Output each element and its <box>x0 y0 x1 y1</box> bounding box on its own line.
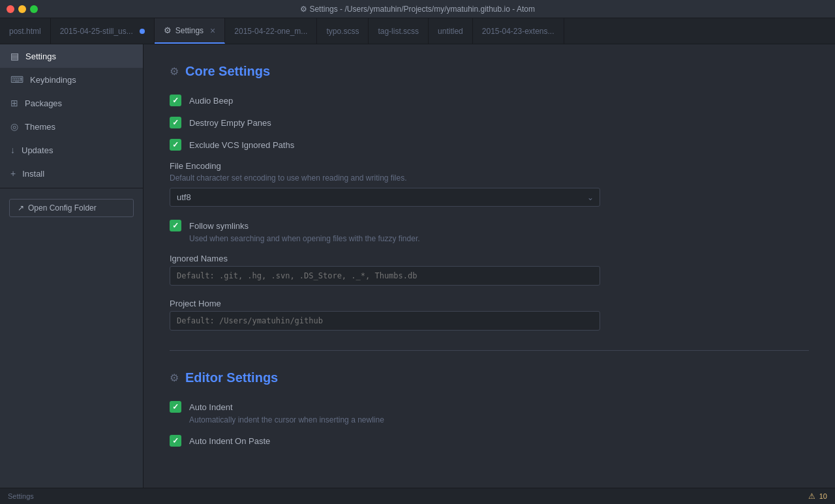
updates-icon: ↓ <box>10 145 15 155</box>
project-home-input[interactable] <box>170 311 600 331</box>
sidebar-item-label: Packages <box>25 98 62 108</box>
settings-icon: ▤ <box>10 51 19 61</box>
sidebar-item-label: Install <box>22 169 44 179</box>
sidebar-item-label: Settings <box>25 52 56 61</box>
auto-indent-row: Auto Indent <box>170 401 809 413</box>
exclude-vcs-row: Exclude VCS Ignored Paths <box>170 139 809 151</box>
minimize-button[interactable] <box>18 5 26 13</box>
ignored-names-group: Ignored Names <box>170 254 809 286</box>
audio-beep-checkbox[interactable] <box>170 95 181 106</box>
sidebar-item-install[interactable]: +Install <box>0 162 143 185</box>
sidebar-item-settings[interactable]: ▤Settings <box>0 44 143 68</box>
open-config-folder-button[interactable]: ↗Open Config Folder <box>9 199 134 217</box>
file-encoding-desc: Default character set encoding to use wh… <box>170 173 809 183</box>
auto-indent-paste-row: Auto Indent On Paste <box>170 435 809 447</box>
auto-indent-checkbox[interactable] <box>170 401 181 413</box>
tab-typo-scss[interactable]: typo.scss <box>317 18 369 44</box>
tab-bar: post.html2015-04-25-still_us...⚙Settings… <box>0 18 835 44</box>
tab-one-m[interactable]: 2015-04-22-one_m... <box>225 18 317 44</box>
auto-indent-desc: Automatically indent the cursor when ins… <box>189 415 809 424</box>
section-divider <box>170 350 809 351</box>
file-encoding-group: File Encoding Default character set enco… <box>170 161 809 207</box>
tab-label: 2015-04-22-one_m... <box>234 27 307 36</box>
main-layout: ▤Settings⌨Keybindings⊞Packages◎Themes↓Up… <box>0 44 835 488</box>
core-settings-heading: Core Settings <box>185 64 270 79</box>
project-home-group: Project Home <box>170 299 809 331</box>
themes-icon: ◎ <box>10 121 18 132</box>
status-bar: Settings ⚠ 10 <box>0 488 835 504</box>
follow-symlinks-label: Follow symlinks <box>189 221 249 231</box>
external-link-icon: ↗ <box>18 203 24 213</box>
sidebar-item-themes[interactable]: ◎Themes <box>0 115 143 138</box>
tab-label: tag-list.scss <box>378 27 419 36</box>
ignored-names-input[interactable] <box>170 266 600 286</box>
follow-symlinks-desc: Used when searching and when opening fil… <box>189 234 809 243</box>
tab-label: untitled <box>438 27 463 36</box>
keybindings-icon: ⌨ <box>10 74 23 85</box>
tab-untitled[interactable]: untitled <box>429 18 473 44</box>
tab-label: 2015-04-25-still_us... <box>60 27 133 36</box>
destroy-empty-panes-label: Destroy Empty Panes <box>189 118 271 128</box>
sidebar-item-label: Themes <box>25 122 55 132</box>
editor-settings-section: ⚙ Editor Settings Auto Indent Automatica… <box>170 370 809 447</box>
auto-indent-paste-checkbox[interactable] <box>170 435 181 447</box>
destroy-empty-panes-checkbox[interactable] <box>170 117 181 128</box>
tab-label: post.html <box>9 27 41 36</box>
tab-label: 2015-04-23-extens... <box>482 27 554 36</box>
content-area[interactable]: ⚙ Core Settings Audio Beep Destroy Empty… <box>144 44 835 488</box>
auto-indent-label: Auto Indent <box>189 402 233 412</box>
install-icon: + <box>10 168 16 179</box>
tab-tag-list-scss[interactable]: tag-list.scss <box>369 18 429 44</box>
file-encoding-select-wrapper: utf8 ascii utf16le utf16be latin1 ⌄ <box>170 188 600 207</box>
sidebar: ▤Settings⌨Keybindings⊞Packages◎Themes↓Up… <box>0 44 144 488</box>
tab-close-button[interactable]: × <box>210 26 215 35</box>
file-encoding-select[interactable]: utf8 ascii utf16le utf16be latin1 <box>170 188 600 207</box>
window-title: ⚙ Settings - /Users/ymatuhin/Projects/my… <box>300 5 535 14</box>
file-encoding-label: File Encoding <box>170 161 809 171</box>
project-home-label: Project Home <box>170 299 809 308</box>
auto-indent-paste-label: Auto Indent On Paste <box>189 436 270 446</box>
sidebar-item-packages[interactable]: ⊞Packages <box>0 91 143 115</box>
warning-icon: ⚠ <box>808 492 815 501</box>
sidebar-item-updates[interactable]: ↓Updates <box>0 138 143 162</box>
destroy-empty-panes-row: Destroy Empty Panes <box>170 117 809 128</box>
tab-settings[interactable]: ⚙Settings× <box>155 18 226 44</box>
warning-count: 10 <box>819 492 827 500</box>
core-settings-title: ⚙ Core Settings <box>170 64 809 79</box>
close-button[interactable] <box>7 5 14 13</box>
audio-beep-label: Audio Beep <box>189 96 233 106</box>
open-config-label: Open Config Folder <box>28 203 97 213</box>
sidebar-divider <box>0 188 143 188</box>
status-bar-warning: ⚠ 10 <box>808 492 827 501</box>
core-gear-icon: ⚙ <box>170 65 179 78</box>
editor-gear-icon: ⚙ <box>170 372 179 384</box>
status-bar-text: Settings <box>8 492 34 500</box>
tab-label: typo.scss <box>326 27 359 36</box>
maximize-button[interactable] <box>30 5 38 13</box>
follow-symlinks-checkbox[interactable] <box>170 220 181 231</box>
core-settings-section: ⚙ Core Settings Audio Beep Destroy Empty… <box>170 64 809 331</box>
tab-label: Settings <box>175 26 204 35</box>
editor-settings-heading: Editor Settings <box>185 370 278 385</box>
tab-modified-indicator <box>140 29 145 34</box>
ignored-names-label: Ignored Names <box>170 254 809 263</box>
tab-still-us[interactable]: 2015-04-25-still_us... <box>51 18 155 44</box>
audio-beep-row: Audio Beep <box>170 95 809 106</box>
exclude-vcs-checkbox[interactable] <box>170 139 181 151</box>
editor-settings-title: ⚙ Editor Settings <box>170 370 809 385</box>
sidebar-item-label: Updates <box>22 145 53 155</box>
title-bar: ⚙ Settings - /Users/ymatuhin/Projects/my… <box>0 0 835 18</box>
sidebar-item-label: Keybindings <box>30 75 76 85</box>
sidebar-item-keybindings[interactable]: ⌨Keybindings <box>0 68 143 91</box>
exclude-vcs-label: Exclude VCS Ignored Paths <box>189 140 294 150</box>
packages-icon: ⊞ <box>10 98 18 108</box>
tab-post-html[interactable]: post.html <box>0 18 51 44</box>
settings-tab-icon: ⚙ <box>164 25 172 35</box>
window-controls[interactable] <box>7 5 38 13</box>
follow-symlinks-row: Follow symlinks <box>170 220 809 231</box>
tab-extens[interactable]: 2015-04-23-extens... <box>473 18 564 44</box>
